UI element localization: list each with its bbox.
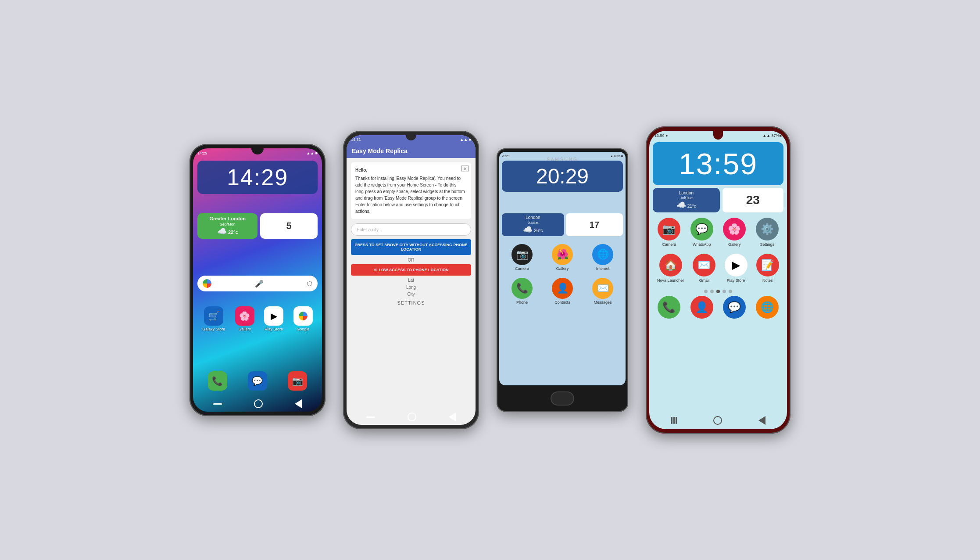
phone-4-dock-messages[interactable]: 💬 (723, 296, 746, 319)
phone-4-day: 23 (722, 188, 783, 212)
phone-1-signal: ▲▲ ■ (306, 151, 318, 155)
phone-1-clock-time: 14:29 (203, 164, 312, 190)
phone-4-nav-home[interactable] (713, 416, 722, 425)
phone-4-time: 13:59 ● (655, 133, 668, 138)
page-dot-4 (722, 290, 726, 293)
phone-2-description: Thanks for installing 'Easy Mode Replica… (355, 175, 467, 215)
phone-4-page-dots (649, 290, 787, 293)
phone-4-app-row-1: 📷 Camera 💬 WhatsApp 🌸 Gallery ⚙️ Setting… (653, 218, 783, 247)
phone-2: 14:31 ▲▲ ■ Easy Mode Replica ✕ Hello, Th… (343, 131, 479, 429)
google-icon (203, 279, 211, 288)
phone-1: 14:29 ▲▲ ■ 14:29 Greater London Sep/Mon … (190, 144, 325, 416)
phone-3-weather-row: London Jul/Sat ☁️ 26°c 17 (502, 213, 623, 236)
phone-3-app-camera[interactable]: 📷 Camera (511, 244, 533, 271)
phone-4-app-settings[interactable]: ⚙️ Settings (756, 218, 779, 247)
phone-3-app-phone[interactable]: 📞 Phone (511, 278, 533, 305)
phone-3-time: 20:29 (502, 154, 510, 158)
phone-4-clock-widget: 13:59 (653, 142, 783, 185)
phone-2-long: Long (347, 285, 476, 290)
phone-4-dock-chrome[interactable]: 🌐 (756, 296, 779, 319)
phone-4-dock: 📞 👤 💬 🌐 (653, 296, 783, 319)
phone-1-app-google-label: Google (297, 327, 309, 331)
phone-3-app-row-2: 📞 Phone 👤 Contacts ✉️ Messages (502, 278, 623, 305)
phone-2-set-city-button[interactable]: PRESS TO SET ABOVE CITY WITHOUT ACCESSIN… (351, 239, 471, 255)
phone-4-nav-recents-icon[interactable] (671, 417, 677, 424)
phone-4-dock-phone[interactable]: 📞 (658, 296, 680, 319)
phone-2-city: City (347, 292, 476, 297)
phone-3-app-messages[interactable]: ✉️ Messages (592, 278, 613, 305)
phone-1-nav-recents[interactable] (213, 403, 222, 405)
phone-4-dock-contacts[interactable]: 👤 (690, 296, 713, 319)
phone-3: 20:29 ▲ 80% ■ SAMSUNG 20:29 London Jul/S… (497, 148, 628, 412)
phone-4-app-notes[interactable]: 📝 Notes (756, 254, 779, 283)
phone-2-screen: 14:31 ▲▲ ■ Easy Mode Replica ✕ Hello, Th… (347, 135, 476, 425)
phone-3-clock-widget: 20:29 (502, 161, 623, 192)
phone-4-app-gmail[interactable]: ✉️ Gmail (693, 254, 715, 283)
phone-2-nav-recents[interactable] (366, 416, 375, 418)
phone-4-app-camera[interactable]: 📷 Camera (658, 218, 680, 247)
phone-3-app-internet[interactable]: 🌐 Internet (592, 244, 613, 271)
close-button[interactable]: ✕ (461, 165, 469, 172)
phone-3-home-button[interactable] (551, 391, 574, 406)
phone-2-nav-home[interactable] (408, 413, 416, 421)
phone-1-dock: 📞 💬 📷 (197, 371, 318, 391)
phone-4-app-whatsapp[interactable]: 💬 WhatsApp (690, 218, 713, 247)
phone-2-signal: ▲▲ ■ (460, 137, 471, 142)
phone-1-app-galaxystore[interactable]: 🛒 Galaxy Store (202, 306, 225, 331)
page-dot-2 (710, 290, 714, 293)
phone-1-location: Greater London Sep/Mon ☁️ 22°c (197, 213, 258, 239)
phone-1-weather-row: Greater London Sep/Mon ☁️ 22°c 5 (197, 213, 318, 239)
phone-4-weather-row: London Jul/Tue ☁️ 21°c 23 (653, 188, 783, 212)
phone-4-screen: 13:59 ● ▲▲ 87%■ 13:59 London Jul/Tue ☁️ … (649, 131, 787, 429)
phone-4-app-playstore[interactable]: ▶ Play Store (725, 254, 748, 283)
page-dot-1 (704, 290, 708, 293)
phone-1-dock-phone[interactable]: 📞 (208, 371, 227, 391)
phone-1-app-playstore-label: Play Store (265, 327, 283, 331)
phone-4-app-row-2: 🏠 Nova Launcher ✉️ Gmail ▶ Play Store 📝 … (653, 254, 783, 283)
phone-4-app-gallery[interactable]: 🌸 Gallery (723, 218, 746, 247)
phone-1-clock-widget: 14:29 (197, 161, 318, 194)
phone-1-nav-bar (197, 399, 318, 408)
phone-2-time: 14:31 (351, 137, 361, 142)
phone-3-app-gallery[interactable]: 🌺 Gallery (552, 244, 573, 271)
phone-1-app-google[interactable]: Google (293, 306, 313, 331)
phone-1-screen: 14:29 ▲▲ ■ 14:29 Greater London Sep/Mon … (193, 148, 322, 412)
phone-1-app-grid: 🛒 Galaxy Store 🌸 Gallery ▶ Play Store Go… (197, 306, 318, 331)
phone-2-nav-bar (350, 413, 472, 421)
phone-2-lat: Lat (347, 278, 476, 283)
phone-2-city-input[interactable]: Enter a city... (351, 223, 471, 236)
phone-3-clock-time: 20:29 (505, 164, 619, 188)
phone-1-day: 5 (260, 213, 318, 239)
phone-4-app-novalauncher[interactable]: 🏠 Nova Launcher (657, 254, 684, 283)
phone-2-nav-back[interactable] (449, 413, 456, 421)
phone-1-time: 14:29 (197, 151, 207, 155)
phone-3-status-bar: 20:29 ▲ 80% ■ (502, 153, 623, 159)
mic-icon: 🎤 (255, 280, 264, 288)
page-dot-5 (729, 290, 732, 293)
phone-2-app-header: Easy Mode Replica (347, 144, 476, 158)
phone-4-apps-grid: 📷 Camera 💬 WhatsApp 🌸 Gallery ⚙️ Setting… (653, 218, 783, 283)
phone-2-location-button[interactable]: ALLOW ACCESS TO PHONE LOCATION (351, 264, 471, 276)
phone-1-app-playstore[interactable]: ▶ Play Store (264, 306, 283, 331)
phone-2-content-box: ✕ Hello, Thanks for installing 'Easy Mod… (351, 162, 471, 219)
phone-1-search-bar[interactable]: 🎤 ⬡ (197, 276, 318, 291)
phone-1-app-gallery[interactable]: 🌸 Gallery (235, 306, 254, 331)
phone-4-bottom-app-row: 📞 👤 💬 🌐 (653, 296, 783, 319)
phone-3-app-row-1: 📷 Camera 🌺 Gallery 🌐 Internet (502, 244, 623, 271)
phone-4-location: London Jul/Tue ☁️ 21°c (653, 188, 720, 212)
phone-1-app-gallery-label: Gallery (238, 327, 251, 331)
lens-icon: ⬡ (307, 280, 312, 287)
phone-1-dock-messages[interactable]: 💬 (248, 371, 267, 391)
phone-1-nav-home[interactable] (254, 399, 263, 408)
phone-4-nav-back[interactable] (758, 416, 765, 425)
phone-3-location: London Jul/Sat ☁️ 26°c (502, 213, 564, 236)
phone-1-nav-back[interactable] (295, 399, 302, 408)
phone-2-settings[interactable]: SETTINGS (347, 300, 476, 305)
phone-4-signal: ▲▲ 87%■ (762, 133, 782, 138)
phone-4-clock-time: 13:59 (658, 147, 778, 181)
page-dot-3 (716, 290, 720, 293)
phone-4-nav-bar (653, 416, 783, 425)
phone-2-or-text: OR (347, 258, 476, 262)
phone-3-app-contacts[interactable]: 👤 Contacts (552, 278, 573, 305)
phone-1-dock-camera[interactable]: 📷 (288, 371, 307, 391)
